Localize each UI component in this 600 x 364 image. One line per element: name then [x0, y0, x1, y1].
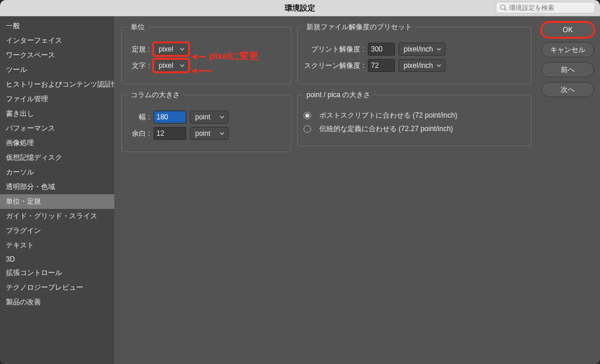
- sidebar-item[interactable]: 拡張コントロール: [0, 266, 114, 280]
- sidebar-item[interactable]: 3D: [0, 253, 114, 266]
- search-input[interactable]: [509, 4, 591, 11]
- ruler-unit-value: pixel: [159, 45, 173, 53]
- next-button[interactable]: 次へ: [541, 82, 594, 97]
- ruler-label: 定規 :: [128, 44, 150, 54]
- type-label: 文字 :: [128, 61, 150, 71]
- panel-column: コラムの大きさ 幅 : point 余白 : point: [121, 90, 291, 152]
- sidebar-item[interactable]: 単位・定規: [0, 194, 114, 209]
- search-box[interactable]: [496, 2, 595, 13]
- sidebar-item[interactable]: 仮想記憶ディスク: [0, 150, 114, 165]
- sidebar-item[interactable]: 透明部分・色域: [0, 180, 114, 194]
- radio-option-traditional[interactable]: 伝統的な定義に合わせる (72.27 point/inch): [304, 124, 525, 134]
- sidebar-item[interactable]: パフォーマンス: [0, 121, 114, 136]
- sidebar-item[interactable]: ガイド・グリッド・スライス: [0, 209, 114, 224]
- window-title: 環境設定: [285, 3, 315, 13]
- svg-line-1: [504, 9, 506, 11]
- sidebar-item[interactable]: プラグイン: [0, 224, 114, 238]
- panel-unit: 単位 定規 : pixel 文字 : pixel: [121, 22, 291, 84]
- cancel-button[interactable]: キャンセル: [541, 42, 594, 57]
- column-gutter-unit-select[interactable]: point: [190, 127, 229, 140]
- svg-point-0: [501, 5, 506, 10]
- ruler-unit-select[interactable]: pixel: [154, 43, 189, 56]
- panel-preset-legend: 新規ファイル解像度のプリセット: [304, 22, 415, 32]
- column-width-input[interactable]: [154, 111, 186, 123]
- sidebar-item[interactable]: ワークスペース: [0, 48, 114, 63]
- screen-res-input[interactable]: [368, 59, 395, 72]
- titlebar: 環境設定: [0, 0, 600, 16]
- chevron-down-icon: [437, 63, 441, 68]
- panel-pointpica: point / pica の大きさ ポストスクリプトに合わせる (72 poin…: [297, 90, 531, 146]
- panel-unit-legend: 単位: [128, 22, 148, 32]
- search-icon: [500, 4, 507, 11]
- chevron-down-icon: [220, 115, 224, 119]
- sidebar-item[interactable]: ヒストリーおよびコンテンツ認証情報: [0, 77, 114, 92]
- print-res-input[interactable]: [368, 43, 395, 56]
- chevron-down-icon: [180, 63, 185, 68]
- chevron-down-icon: [437, 47, 441, 51]
- sidebar-item[interactable]: テクノロジープレビュー: [0, 280, 114, 295]
- print-res-unit-select[interactable]: pixel/inch: [398, 43, 445, 56]
- sidebar-item[interactable]: インターフェイス: [0, 33, 114, 48]
- panel-column-legend: コラムの大きさ: [128, 90, 183, 100]
- column-gutter-input[interactable]: [154, 127, 186, 140]
- radio-icon: [304, 125, 311, 133]
- panel-pointpica-legend: point / pica の大きさ: [304, 90, 373, 100]
- sidebar-item[interactable]: 製品の改善: [0, 295, 114, 310]
- screen-res-label: スクリーン解像度 :: [304, 61, 364, 71]
- column-width-unit-select[interactable]: point: [190, 111, 229, 123]
- type-unit-value: pixel: [159, 61, 173, 70]
- sidebar-item[interactable]: ツール: [0, 63, 114, 77]
- radio-icon: [304, 112, 311, 119]
- panel-preset: 新規ファイル解像度のプリセット プリント解像度 : pixel/inch スクリ…: [297, 22, 531, 84]
- sidebar-item[interactable]: 書き出し: [0, 107, 114, 121]
- action-buttons: OK キャンセル 前へ 次へ: [541, 16, 600, 364]
- chevron-down-icon: [220, 131, 224, 136]
- sidebar-item[interactable]: 画像処理: [0, 136, 114, 150]
- sidebar-item[interactable]: ファイル管理: [0, 92, 114, 107]
- column-width-label: 幅 :: [128, 112, 150, 122]
- sidebar-item[interactable]: テキスト: [0, 238, 114, 253]
- content-area: 単位 定規 : pixel 文字 : pixel: [114, 16, 541, 364]
- sidebar-item[interactable]: 一般: [0, 19, 114, 33]
- column-gutter-label: 余白 :: [128, 129, 150, 139]
- ok-button[interactable]: OK: [541, 22, 594, 37]
- sidebar: 一般インターフェイスワークスペースツールヒストリーおよびコンテンツ認証情報ファイ…: [0, 16, 114, 364]
- preferences-window: 環境設定 一般インターフェイスワークスペースツールヒストリーおよびコンテンツ認証…: [0, 0, 600, 364]
- sidebar-item[interactable]: カーソル: [0, 165, 114, 180]
- print-res-label: プリント解像度 :: [304, 44, 364, 54]
- radio-option-postscript[interactable]: ポストスクリプトに合わせる (72 point/inch): [304, 111, 525, 121]
- prev-button[interactable]: 前へ: [541, 62, 594, 77]
- chevron-down-icon: [180, 47, 185, 51]
- screen-res-unit-select[interactable]: pixel/inch: [398, 59, 445, 72]
- dialog-body: 一般インターフェイスワークスペースツールヒストリーおよびコンテンツ認証情報ファイ…: [0, 16, 600, 364]
- type-unit-select[interactable]: pixel: [154, 59, 189, 72]
